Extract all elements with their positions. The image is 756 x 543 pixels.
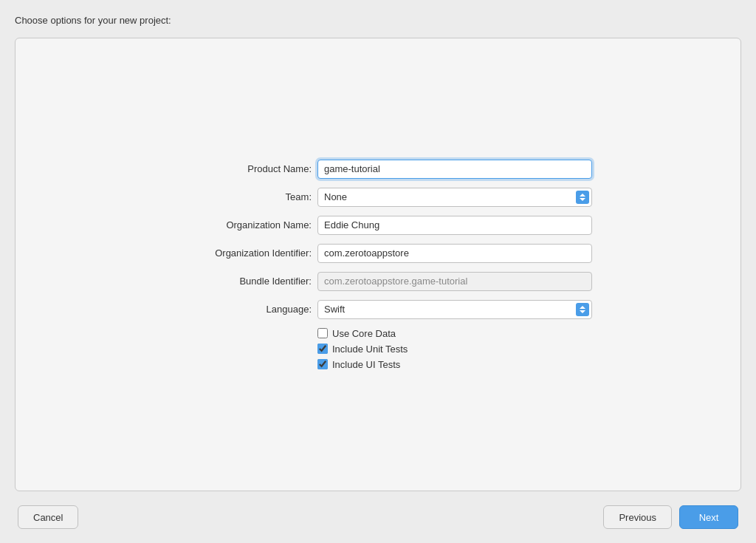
main-panel: Product Name: Team: None Organization Na… xyxy=(15,38,741,491)
checkbox-group: Use Core Data Include Unit Tests Include… xyxy=(317,328,592,370)
include-ui-tests-row: Include UI Tests xyxy=(317,359,592,370)
include-unit-tests-row: Include Unit Tests xyxy=(317,344,592,355)
form-container: Product Name: Team: None Organization Na… xyxy=(164,160,592,370)
use-core-data-label[interactable]: Use Core Data xyxy=(332,328,396,339)
include-unit-tests-label[interactable]: Include Unit Tests xyxy=(332,344,408,355)
product-name-row: Product Name: xyxy=(164,160,592,179)
org-id-input[interactable] xyxy=(317,244,592,263)
team-label: Team: xyxy=(164,191,312,202)
include-ui-tests-label[interactable]: Include UI Tests xyxy=(332,359,400,370)
language-select-wrapper: Swift xyxy=(317,300,592,319)
org-name-input[interactable] xyxy=(317,216,592,235)
bundle-id-label: Bundle Identifier: xyxy=(164,276,312,287)
product-name-input[interactable] xyxy=(317,160,592,179)
footer: Cancel Previous Next xyxy=(15,491,741,543)
team-select-wrapper: None xyxy=(317,188,592,207)
bundle-id-row: Bundle Identifier: com.zerotoappstore.ga… xyxy=(164,272,592,291)
product-name-label: Product Name: xyxy=(164,163,312,174)
cancel-button[interactable]: Cancel xyxy=(18,505,78,529)
use-core-data-checkbox[interactable] xyxy=(317,328,328,338)
language-row: Language: Swift xyxy=(164,300,592,319)
org-id-label: Organization Identifier: xyxy=(164,247,312,259)
org-name-label: Organization Name: xyxy=(164,219,312,230)
footer-right: Previous Next xyxy=(603,505,738,529)
use-core-data-row: Use Core Data xyxy=(317,328,592,339)
org-id-row: Organization Identifier: xyxy=(164,244,592,263)
page-title: Choose options for your new project: xyxy=(15,15,741,26)
next-button[interactable]: Next xyxy=(679,505,738,529)
include-unit-tests-checkbox[interactable] xyxy=(317,344,328,354)
language-select[interactable]: Swift xyxy=(317,300,592,319)
team-row: Team: None xyxy=(164,188,592,207)
language-label: Language: xyxy=(164,304,312,315)
team-select[interactable]: None xyxy=(317,188,592,207)
org-name-row: Organization Name: xyxy=(164,216,592,235)
bundle-id-value: com.zerotoappstore.game-tutorial xyxy=(317,272,592,291)
include-ui-tests-checkbox[interactable] xyxy=(317,359,328,369)
previous-button[interactable]: Previous xyxy=(603,505,672,529)
